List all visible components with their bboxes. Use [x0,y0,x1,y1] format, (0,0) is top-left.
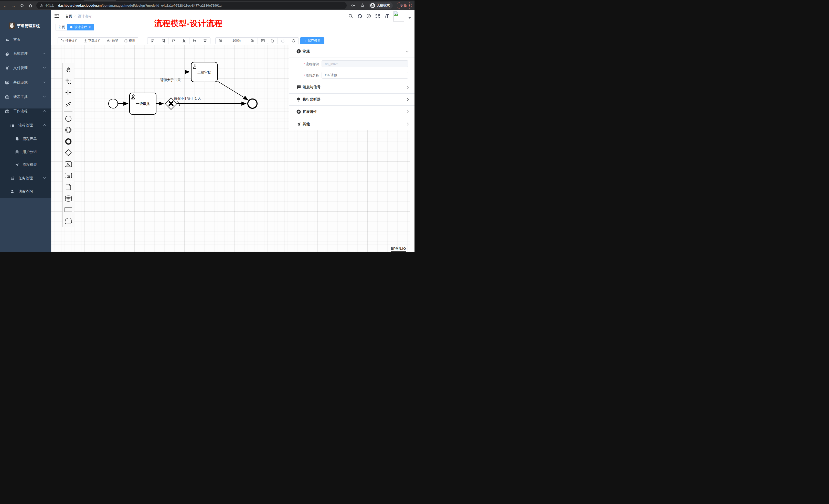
align-bottom-button[interactable] [179,37,189,44]
avatar[interactable] [393,11,404,22]
chevron-right-icon [407,110,409,113]
bell-icon [296,97,301,102]
robot-face-icon [15,150,19,154]
sidebar-item-infrastructure[interactable]: 基础设施 [0,78,51,88]
task-node-level1[interactable]: 一级审批 [130,93,156,114]
fullscreen-icon[interactable] [375,14,380,18]
chevron-right-icon [407,122,409,126]
forward-icon[interactable]: → [11,3,16,8]
sidebar-item-payment[interactable]: 支付管理 [0,63,51,73]
section-messages-signals[interactable]: 消息与信号 [289,81,414,93]
incognito-badge[interactable]: 无痕模式 [369,2,393,9]
not-secure-label: 不安全 [45,3,54,8]
restart-button[interactable] [288,37,299,44]
breadcrumb: 首页 / 设计流程 [65,14,92,19]
app-logo [9,23,15,29]
breadcrumb-current: 设计流程 [78,14,92,19]
main-content: 首页 / 设计流程 流程模型-设计流程 首页 设计流程 × [51,10,414,252]
tab-home[interactable]: 首页 [56,24,68,31]
reset-zoom-button[interactable] [258,37,268,44]
help-icon[interactable] [366,14,371,18]
sequence-flow-task2-to-end[interactable] [217,81,248,100]
field-process-key: *流程标识 [289,61,414,67]
sidebar-item-process-form[interactable]: 流程表单 [0,134,51,144]
tree-icon [10,176,14,180]
zoom-in-button[interactable] [247,37,258,44]
start-event-node[interactable] [109,99,118,108]
download-icon [84,39,87,42]
back-icon[interactable]: ← [3,3,8,8]
info-icon [296,49,301,53]
process-key-input [322,61,408,67]
condition-label-le[interactable]: 请假小于等于 1 天 [174,96,201,100]
folder-icon [61,39,64,42]
tab-design-process[interactable]: 设计流程 × [67,24,94,31]
chevron-right-icon [407,98,409,101]
condition-label-gt[interactable]: 请假大于 3 天 [160,78,180,82]
preview-button[interactable]: 预览 [104,37,121,44]
align-middle-button[interactable] [189,37,200,44]
save-model-button[interactable]: + 保存模型 [300,37,324,44]
section-other[interactable]: 其他 [289,118,414,130]
zoom-out-button[interactable] [215,37,226,44]
section-general[interactable]: 常规 [289,45,414,57]
sequence-flow-gateway-to-task2[interactable] [171,72,189,98]
list-icon [10,123,14,127]
chevron-down-icon [43,81,46,83]
briefcase-icon [5,109,9,113]
align-left-button[interactable] [147,37,158,44]
home-icon[interactable] [28,3,33,8]
search-icon[interactable] [349,14,353,18]
paper-plane-icon [15,163,19,167]
password-key-icon[interactable] [351,3,356,8]
open-file-button[interactable]: 打开文件 [58,37,81,44]
close-tab-icon[interactable]: × [89,25,91,29]
chevron-down-icon [43,177,46,179]
app-title: 芋道管理系统 [17,24,40,28]
eye-icon [107,39,111,42]
dashboard-icon [5,38,9,42]
breadcrumb-home[interactable]: 首页 [65,14,72,19]
bpmn-canvas[interactable]: 一级审批 二级审批 [51,45,414,252]
task-node-level2[interactable]: 二级审批 [191,62,217,82]
sidebar-item-task-management[interactable]: 任务管理 [0,173,51,184]
sidebar-item-home[interactable]: 首页 [0,35,51,45]
end-event-node[interactable] [248,99,257,108]
form-icon [15,137,19,141]
align-right-button[interactable] [158,37,169,44]
sidebar-item-user-groups[interactable]: 用户分组 [0,147,51,157]
font-size-icon[interactable] [384,14,389,18]
gear-icon [5,52,9,56]
sidebar-item-process-model[interactable]: 流程模型 [0,160,51,170]
zoom-level[interactable]: 100% [226,37,247,44]
message-icon [296,85,301,89]
sidebar-item-system[interactable]: 系统管理 [0,49,51,59]
sidebar-item-devtools[interactable]: 研发工具 [0,92,51,102]
github-icon[interactable] [357,14,362,18]
sidebar-toggle-icon[interactable] [55,14,59,18]
incognito-label: 无痕模式 [377,3,390,8]
align-center-button[interactable] [200,37,211,44]
browser-menu-icon[interactable] [409,4,410,7]
avatar-dropdown-icon[interactable] [408,17,411,19]
sidebar-item-process-management[interactable]: 流程管理 [0,120,51,130]
download-file-button[interactable]: 下载文件 [81,37,104,44]
process-name-input[interactable] [322,72,408,79]
designer-toolbar: 打开文件 下载文件 预览 模拟 [51,31,414,45]
sidebar-item-leave-query[interactable]: 请假查询 [0,187,51,197]
reload-icon[interactable] [20,3,25,8]
update-button[interactable]: 更新 [397,2,412,9]
section-extended-properties[interactable]: 扩展属性 [289,105,414,118]
monitor-icon [5,81,9,85]
url-bar[interactable]: 不安全 dashboard.yudao.iocoder.cn/bpm/manag… [36,2,347,9]
undo-button[interactable] [267,37,278,44]
simulate-button[interactable]: 模拟 [121,37,138,44]
align-top-button[interactable] [168,37,179,44]
sequence-flow-gateway-to-end[interactable] [177,101,246,106]
redo-button[interactable] [278,37,288,44]
sidebar-item-workflow[interactable]: 工作流程 [0,106,51,116]
chevron-down-icon [43,96,46,98]
bookmark-star-icon[interactable] [360,3,365,8]
section-execution-listeners[interactable]: 执行监听器 [289,93,414,105]
bpmn-io-logo[interactable]: BPMN.iO [391,247,406,252]
